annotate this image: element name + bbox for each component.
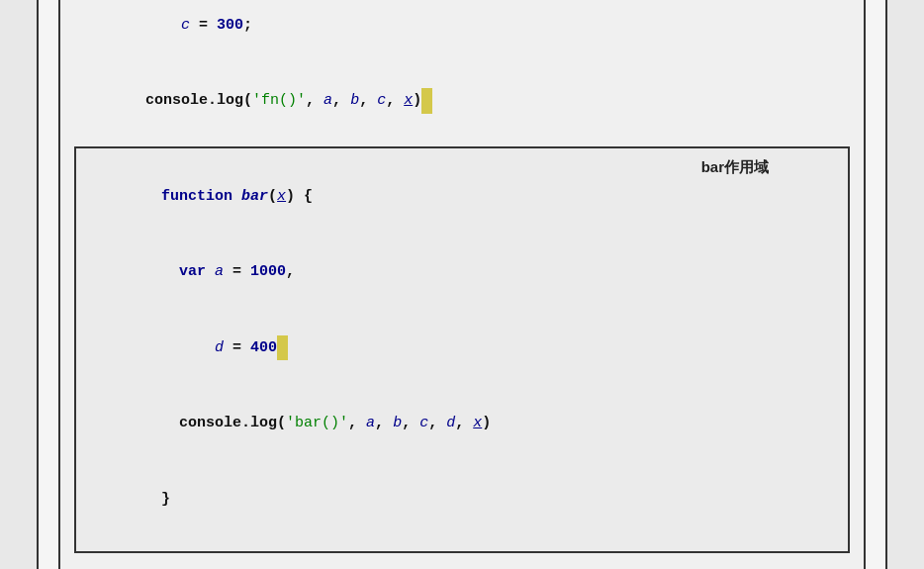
bar-var-a: a [215, 263, 224, 280]
fn-console-line: console.log('fn()', a, b, c, x) [74, 63, 850, 140]
bar-num-1000: 1000 [250, 263, 286, 280]
bar-num-400: 400 [250, 339, 277, 356]
fn-var-c: c [181, 17, 190, 34]
outer-scope-box: 全局作用域 var a = 10, b = 20 fn作用域 function … [37, 0, 887, 569]
bar-var-d: d [215, 339, 224, 356]
fn-log-b: b [350, 92, 359, 109]
blank-line [74, 553, 850, 570]
bar-log-x: x [473, 415, 482, 431]
fn-var-c-line: c = 300; [74, 0, 850, 63]
fn-scope-box: fn作用域 function fn(x) { var a = 100, c = … [58, 0, 866, 569]
fn-log-c: c [377, 92, 386, 109]
fn-log-x: x [404, 92, 413, 109]
bar-scope-label: bar作用域 [701, 158, 769, 177]
highlight-fn-console [421, 88, 432, 114]
bar-scope-box: bar作用域 function bar(x) { var a = 1000, d… [74, 146, 850, 553]
bar-log-c: c [419, 415, 428, 431]
bar-var-a-line: var a = 1000, [90, 235, 834, 311]
bar-param-x: x [277, 188, 286, 205]
bar-log-b: b [393, 415, 402, 431]
bar-log-d: d [446, 415, 455, 431]
highlight-400 [277, 335, 288, 361]
fn-log-a: a [323, 92, 332, 109]
function-keyword-bar: function [161, 188, 232, 205]
var-keyword-bar: var [179, 263, 206, 280]
bar-close-brace: } [90, 461, 834, 537]
bar-func-name: bar [241, 188, 268, 205]
fn-console-str: 'fn()' [252, 92, 306, 109]
bar-log-a: a [366, 415, 375, 431]
bar-var-d-line: d = 400 [90, 310, 834, 386]
bar-console-str: 'bar()' [286, 415, 348, 431]
fn-num-300: 300 [217, 17, 243, 34]
bar-console-line: console.log('bar()', a, b, c, d, x) [90, 386, 834, 462]
